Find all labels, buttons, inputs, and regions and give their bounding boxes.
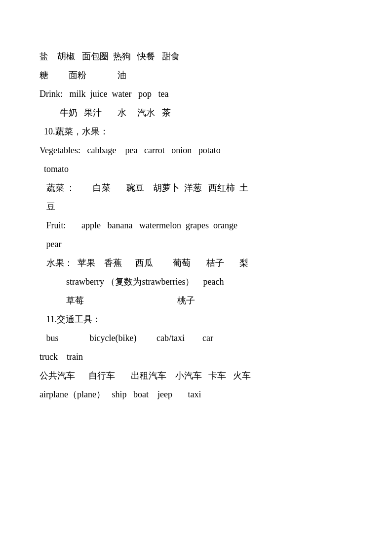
text-line-line10: Fruit: apple banana watermelon grapes or…: [39, 216, 353, 234]
text-line-line7: tomato: [39, 160, 353, 178]
text-line-line9: 豆: [39, 198, 353, 215]
text-line-line18: 公共汽车 自行车 出租汽车 小汽车 卡车 火车: [39, 367, 353, 384]
text-line-line8: 蔬菜 ： 白菜 豌豆 胡萝卜 洋葱 西红柿 土: [39, 179, 353, 197]
text-line-line16: bus bicycle(bike) cab/taxi car: [39, 329, 353, 347]
text-line-line14: 草莓 桃子: [39, 292, 353, 309]
text-line-line6: Vegetables: cabbage pea carrot onion pot…: [39, 141, 353, 159]
text-line-line11: pear: [39, 235, 353, 253]
text-line-line5: 10.蔬菜，水果：: [39, 123, 353, 140]
text-line-line17: truck train: [39, 348, 353, 366]
text-line-line3: Drink: milk juice water pop tea: [39, 85, 353, 103]
text-line-line12: 水果： 苹果 香蕉 西瓜 葡萄 桔子 梨: [39, 254, 353, 272]
text-line-line2: 糖 面粉 油: [39, 66, 353, 84]
text-line-line15: 11.交通工具：: [39, 310, 353, 328]
text-line-line1: 盐 胡椒 面包圈 热狗 快餐 甜食: [39, 47, 353, 65]
text-line-line4: 牛奶 果汁 水 汽水 茶: [39, 104, 353, 122]
text-line-line19: airplane（plane） ship boat jeep taxi: [39, 385, 353, 403]
main-content: 盐 胡椒 面包圈 热狗 快餐 甜食糖 面粉 油Drink: milk juice…: [39, 30, 353, 403]
text-line-line13: strawberry （复数为strawberries） peach: [39, 273, 353, 291]
